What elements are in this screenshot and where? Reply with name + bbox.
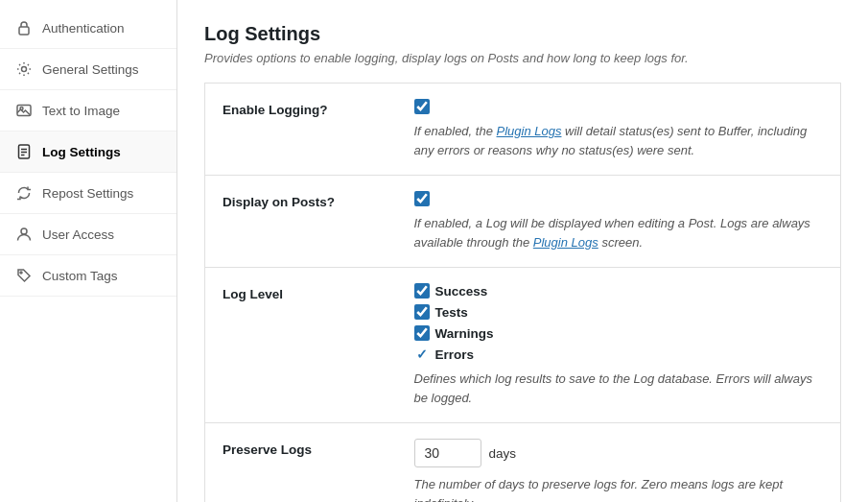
- log-level-errors-label: Errors: [435, 347, 475, 362]
- sidebar-label-custom-tags: Custom Tags: [42, 269, 118, 283]
- svg-rect-0: [19, 27, 29, 35]
- display-on-posts-row: Display on Posts? If enabled, a Log will…: [205, 176, 841, 268]
- enable-logging-label: Enable Logging?: [205, 84, 397, 176]
- log-level-field: Success Tests Warnings ✓ Errors: [397, 268, 841, 423]
- log-level-tests-label: Tests: [435, 305, 468, 320]
- log-level-warnings: Warnings: [414, 325, 824, 341]
- display-on-posts-checkbox[interactable]: [414, 191, 430, 206]
- sidebar-item-general-settings[interactable]: General Settings: [0, 49, 176, 90]
- log-level-label: Log Level: [205, 268, 397, 423]
- svg-point-1: [22, 67, 27, 72]
- tag-icon: [15, 267, 33, 284]
- log-level-tests-checkbox[interactable]: [414, 304, 430, 320]
- plugin-logs-link-1[interactable]: Plugin Logs: [497, 124, 562, 138]
- gear-icon: [15, 60, 33, 78]
- sidebar-item-user-access[interactable]: User Access: [0, 214, 176, 255]
- log-level-tests: Tests: [414, 304, 824, 320]
- display-on-posts-desc: If enabled, a Log will be displayed when…: [414, 214, 824, 251]
- enable-logging-checkbox[interactable]: [414, 99, 430, 114]
- log-level-warnings-checkbox[interactable]: [414, 325, 430, 341]
- plugin-logs-link-2[interactable]: Plugin Logs: [533, 235, 598, 250]
- person-icon: [15, 226, 33, 243]
- enable-logging-field: If enabled, the Plugin Logs will detail …: [397, 84, 841, 176]
- preserve-logs-label: Preserve Logs: [205, 423, 397, 503]
- preserve-logs-unit: days: [489, 446, 517, 461]
- document-icon: [15, 143, 33, 160]
- settings-table: Enable Logging? If enabled, the Plugin L…: [204, 83, 841, 502]
- sidebar-label-repost-settings: Repost Settings: [42, 186, 133, 201]
- errors-checkmark-icon: ✓: [414, 347, 430, 362]
- preserve-logs-input-wrap: days: [414, 439, 824, 467]
- page-subtitle: Provides options to enable logging, disp…: [204, 51, 841, 65]
- display-on-posts-checkbox-wrap: [414, 191, 824, 206]
- sidebar-item-text-to-image[interactable]: Text to Image: [0, 90, 176, 131]
- sidebar-label-log-settings: Log Settings: [42, 145, 121, 159]
- preserve-logs-desc: The number of days to preserve logs for.…: [414, 475, 824, 502]
- display-on-posts-field: If enabled, a Log will be displayed when…: [397, 176, 841, 268]
- preserve-logs-row: Preserve Logs days The number of days to…: [205, 423, 841, 503]
- enable-logging-checkbox-wrap: [414, 99, 824, 114]
- enable-logging-row: Enable Logging? If enabled, the Plugin L…: [205, 84, 841, 176]
- main-content: Log Settings Provides options to enable …: [177, 0, 868, 502]
- image-icon: [15, 102, 33, 119]
- log-level-warnings-label: Warnings: [435, 326, 494, 341]
- svg-point-9: [20, 272, 22, 274]
- preserve-logs-input[interactable]: [414, 439, 481, 467]
- sidebar: Authentication General Settings Text to …: [0, 0, 177, 502]
- log-level-errors: ✓ Errors: [414, 347, 824, 362]
- sidebar-item-authentication[interactable]: Authentication: [0, 8, 176, 49]
- log-level-desc: Defines which log results to save to the…: [414, 370, 824, 407]
- display-on-posts-label: Display on Posts?: [205, 176, 397, 268]
- preserve-logs-field: days The number of days to preserve logs…: [397, 423, 841, 503]
- refresh-icon: [15, 184, 33, 202]
- sidebar-item-custom-tags[interactable]: Custom Tags: [0, 255, 176, 297]
- log-level-success-checkbox[interactable]: [414, 283, 430, 299]
- sidebar-label-general-settings: General Settings: [42, 62, 139, 77]
- log-level-group: Success Tests Warnings ✓ Errors: [414, 283, 824, 362]
- sidebar-item-log-settings[interactable]: Log Settings: [0, 131, 176, 173]
- log-level-row: Log Level Success Tests Warnings: [205, 268, 841, 423]
- lock-icon: [15, 19, 33, 36]
- page-title: Log Settings: [204, 23, 841, 45]
- log-level-success-label: Success: [435, 284, 488, 299]
- sidebar-item-repost-settings[interactable]: Repost Settings: [0, 173, 176, 214]
- sidebar-label-authentication: Authentication: [42, 21, 125, 36]
- svg-point-8: [21, 228, 27, 234]
- sidebar-label-text-to-image: Text to Image: [42, 104, 120, 118]
- enable-logging-desc: If enabled, the Plugin Logs will detail …: [414, 122, 824, 159]
- sidebar-label-user-access: User Access: [42, 227, 114, 242]
- log-level-success: Success: [414, 283, 824, 299]
